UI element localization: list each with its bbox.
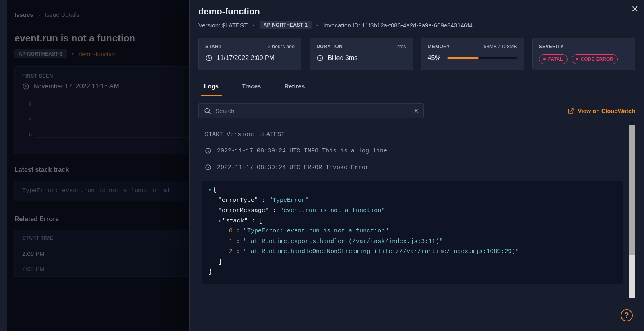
function-link[interactable]: demo-function bbox=[78, 51, 117, 58]
first-seen-label: FIRST SEEN bbox=[22, 73, 53, 79]
dot-separator: • bbox=[316, 22, 318, 29]
tab-retires[interactable]: Retires bbox=[281, 79, 308, 96]
search-input[interactable] bbox=[215, 107, 409, 114]
stat-memory: MEMORY58MB / 128MB 45% bbox=[421, 38, 524, 70]
memory-percent: 45% bbox=[428, 54, 441, 62]
log-search[interactable]: ✕ bbox=[198, 103, 424, 118]
help-button[interactable]: ? bbox=[621, 309, 633, 321]
memory-bar bbox=[447, 57, 517, 59]
drawer-title: demo-function bbox=[198, 6, 635, 17]
dot-separator: • bbox=[72, 50, 74, 58]
breadcrumb-root[interactable]: Issues bbox=[14, 11, 33, 18]
tab-traces[interactable]: Traces bbox=[239, 79, 264, 96]
stat-duration: DURATION2ms Billed 3ms bbox=[310, 38, 413, 70]
ytick: 0 bbox=[29, 132, 32, 138]
view-on-cloudwatch[interactable]: View on CloudWatch bbox=[567, 107, 635, 115]
clock-icon bbox=[205, 164, 211, 171]
clock-icon bbox=[205, 148, 211, 154]
search-icon bbox=[204, 107, 211, 115]
log-viewer: START Version: $LATEST 2022-11-17 08:39:… bbox=[198, 125, 635, 298]
clock-icon bbox=[205, 54, 213, 62]
caret-down-icon[interactable]: ▼ bbox=[218, 217, 221, 225]
invocation-drawer: ✕ demo-function Version: $LATEST • AP-NO… bbox=[189, 0, 644, 331]
close-icon[interactable]: ✕ bbox=[631, 4, 638, 14]
ytick: 4 bbox=[29, 117, 32, 122]
tab-logs[interactable]: Logs bbox=[201, 79, 222, 96]
invocation-id: Invocation ID: 11f3b12a-f086-4a2d-9a9a-6… bbox=[323, 22, 472, 29]
memory-fill bbox=[447, 57, 479, 59]
external-link-icon bbox=[567, 107, 574, 115]
clock-icon bbox=[316, 54, 324, 62]
left-rail bbox=[0, 0, 7, 331]
chevron-right-icon: › bbox=[38, 11, 40, 18]
error-json-block[interactable]: ▼{ "errorType" : "TypeError" "errorMessa… bbox=[202, 181, 623, 284]
ytick: 8 bbox=[29, 101, 32, 107]
clear-icon[interactable]: ✕ bbox=[413, 107, 419, 115]
severity-pill-fatal: FATAL bbox=[539, 54, 568, 64]
caret-down-icon[interactable]: ▼ bbox=[208, 186, 211, 194]
breadcrumb-current: Issue Details bbox=[45, 11, 80, 18]
dot-separator: • bbox=[252, 22, 254, 29]
log-line: START Version: $LATEST bbox=[202, 131, 625, 138]
drawer-region-pill: AP-NORTHEAST-1 bbox=[260, 21, 312, 29]
scrollbar[interactable] bbox=[629, 125, 635, 298]
svg-point-3 bbox=[205, 108, 209, 113]
clock-icon bbox=[22, 83, 29, 90]
drawer-tabs: Logs Traces Retires bbox=[198, 79, 635, 96]
stat-start: START2 hours ago 11/17/2022 2:09 PM bbox=[198, 38, 301, 70]
log-line: 2022-11-17 08:39:24 UTC INFO This is a l… bbox=[202, 148, 625, 154]
severity-pill-code-error: CODE ERROR bbox=[572, 54, 618, 64]
region-pill: AP-NORTHEAST-1 bbox=[14, 49, 67, 58]
first-seen-time: November 17, 2022 11:16 AM bbox=[33, 83, 119, 90]
version-label: Version: $LATEST bbox=[198, 22, 248, 29]
log-line: 2022-11-17 08:39:24 UTC ERROR Invoke Err… bbox=[202, 164, 625, 171]
stat-severity: SEVERITY FATAL CODE ERROR bbox=[532, 38, 635, 70]
